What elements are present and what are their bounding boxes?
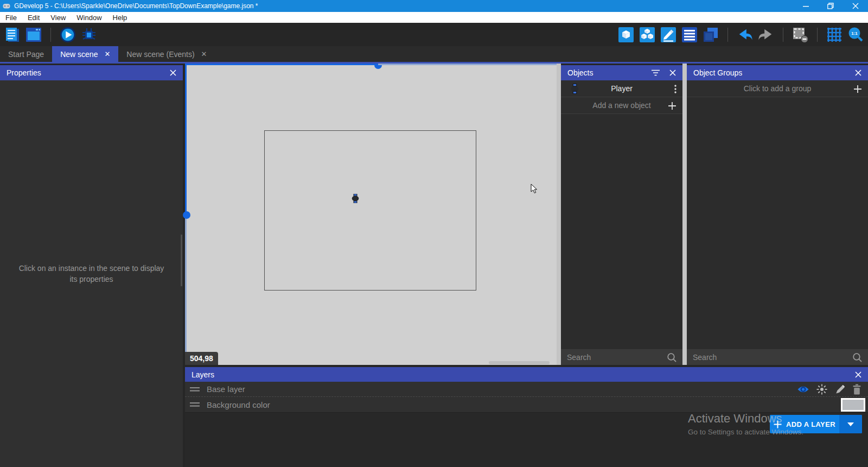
menu-file[interactable]: File <box>0 14 22 22</box>
panel-title: Properties <box>7 68 41 77</box>
properties-panel-icon[interactable] <box>660 27 676 43</box>
debug-icon[interactable] <box>81 27 97 43</box>
mouse-cursor-icon <box>531 184 538 194</box>
preview-play-icon[interactable] <box>60 27 76 43</box>
tab-new-scene-events[interactable]: New scene (Events) ✕ <box>118 46 215 62</box>
object-groups-icon[interactable] <box>639 27 655 43</box>
tab-label: Start Page <box>8 50 44 59</box>
menubar: File Edit View Window Help <box>0 12 868 23</box>
menu-edit[interactable]: Edit <box>22 14 45 22</box>
properties-empty-message: Click on an instance in the scene to dis… <box>0 80 183 467</box>
svg-text:1:1: 1:1 <box>851 31 858 36</box>
layers-panel-icon[interactable] <box>703 27 719 43</box>
canvas-horizontal-scrollbar[interactable] <box>489 361 550 364</box>
redo-icon[interactable] <box>758 27 774 43</box>
canvas-top-edge <box>378 64 557 65</box>
tab-start-page[interactable]: Start Page <box>0 46 52 62</box>
titlebar: GDevelop 5 - C:\Users\Sparkle\OneDrive\D… <box>0 0 868 12</box>
clear-selection-icon[interactable] <box>792 27 808 43</box>
canvas-left-handle[interactable] <box>183 211 190 219</box>
properties-panel-header: Properties <box>0 65 183 80</box>
toolbar-right-group: 1:1 <box>618 27 864 43</box>
toolbar-separator <box>727 28 728 42</box>
layers-panel: Layers Base layer <box>185 367 868 467</box>
panel-title: Objects <box>567 68 593 77</box>
window-controls <box>793 0 868 12</box>
objects-panel-icon[interactable] <box>618 27 634 43</box>
tab-close-icon[interactable]: ✕ <box>201 50 207 58</box>
menu-window[interactable]: Window <box>71 14 107 22</box>
menu-help[interactable]: Help <box>107 14 133 22</box>
visibility-eye-icon[interactable] <box>797 385 809 394</box>
minimize-icon[interactable] <box>793 0 818 12</box>
background-color-swatch[interactable] <box>841 398 865 412</box>
layer-row-background[interactable]: Background color <box>185 397 868 412</box>
object-name: Player <box>611 84 633 93</box>
chevron-down-icon <box>847 422 854 426</box>
add-icon[interactable] <box>668 97 676 114</box>
tabbar: Start Page New scene ✕ New scene (Events… <box>0 46 868 64</box>
object-groups-panel: Object Groups Click to add a group <box>687 65 868 365</box>
splitter-objects-groups[interactable] <box>682 64 687 365</box>
close-window-icon[interactable] <box>843 0 868 12</box>
add-layer-button[interactable]: ADD A LAYER <box>770 415 862 433</box>
canvas-left-edge <box>185 64 187 215</box>
canvas-left-edge <box>185 215 187 365</box>
object-menu-icon[interactable] <box>674 80 676 97</box>
game-window-bounds <box>264 130 476 291</box>
layers-footer <box>185 412 868 467</box>
objects-panel-header: Objects <box>561 65 682 80</box>
tab-label: New scene <box>60 50 98 59</box>
edit-pencil-icon[interactable] <box>834 384 845 395</box>
layer-name: Base layer <box>207 384 245 394</box>
search-icon <box>852 352 862 362</box>
toolbar: 1:1 <box>0 23 868 46</box>
layer-name: Background color <box>207 400 270 409</box>
window-icon[interactable] <box>25 27 42 43</box>
close-icon[interactable] <box>669 70 676 76</box>
grid-icon[interactable] <box>826 27 843 43</box>
objects-search-input[interactable] <box>567 353 667 362</box>
canvas-top-handle[interactable] <box>374 65 382 69</box>
add-icon[interactable] <box>853 80 862 97</box>
close-icon[interactable] <box>855 70 861 76</box>
add-layer-button-main[interactable]: ADD A LAYER <box>770 415 839 433</box>
scene-canvas[interactable]: 504,98 <box>185 64 557 365</box>
delete-trash-icon[interactable] <box>852 384 861 395</box>
layer-row-base[interactable]: Base layer <box>185 382 868 397</box>
drag-handle-icon[interactable] <box>190 387 200 392</box>
project-manager-icon[interactable] <box>4 27 21 43</box>
splitter-canvas-objects[interactable] <box>557 64 561 365</box>
add-group-row[interactable]: Click to add a group <box>687 80 868 97</box>
toolbar-separator <box>817 28 818 42</box>
layers-panel-header: Layers <box>185 367 868 382</box>
objects-search-bar <box>561 349 682 365</box>
search-icon <box>667 352 676 362</box>
add-object-row[interactable]: Add a new object <box>561 97 682 114</box>
add-layer-dropdown[interactable] <box>839 415 862 433</box>
restore-icon[interactable] <box>818 0 843 12</box>
properties-scrollbar[interactable] <box>181 235 182 286</box>
add-layer-label: ADD A LAYER <box>786 420 835 428</box>
close-icon[interactable] <box>170 70 176 76</box>
close-icon[interactable] <box>855 371 861 378</box>
player-instance[interactable] <box>352 194 359 203</box>
zoom-original-icon[interactable]: 1:1 <box>847 27 864 43</box>
properties-panel: Properties Click on an instance in the s… <box>0 65 183 467</box>
toolbar-left-group <box>4 27 97 43</box>
cursor-coordinates-badge: 504,98 <box>185 352 218 365</box>
tab-close-icon[interactable]: ✕ <box>104 50 110 58</box>
instances-list-icon[interactable] <box>681 27 698 43</box>
filter-icon[interactable] <box>652 70 660 76</box>
tab-new-scene[interactable]: New scene ✕ <box>52 46 118 62</box>
gdevelop-window: GDevelop 5 - C:\Users\Sparkle\OneDrive\D… <box>0 0 868 467</box>
menu-view[interactable]: View <box>45 14 71 22</box>
drag-handle-icon[interactable] <box>190 402 200 407</box>
editor-content: Properties Click on an instance in the s… <box>0 64 868 467</box>
layer-effects-icon[interactable] <box>816 384 827 395</box>
add-group-label: Click to add a group <box>744 84 812 93</box>
undo-icon[interactable] <box>737 27 753 43</box>
add-icon <box>774 420 782 428</box>
object-row-player[interactable]: Player <box>561 80 682 97</box>
groups-search-input[interactable] <box>693 353 852 362</box>
